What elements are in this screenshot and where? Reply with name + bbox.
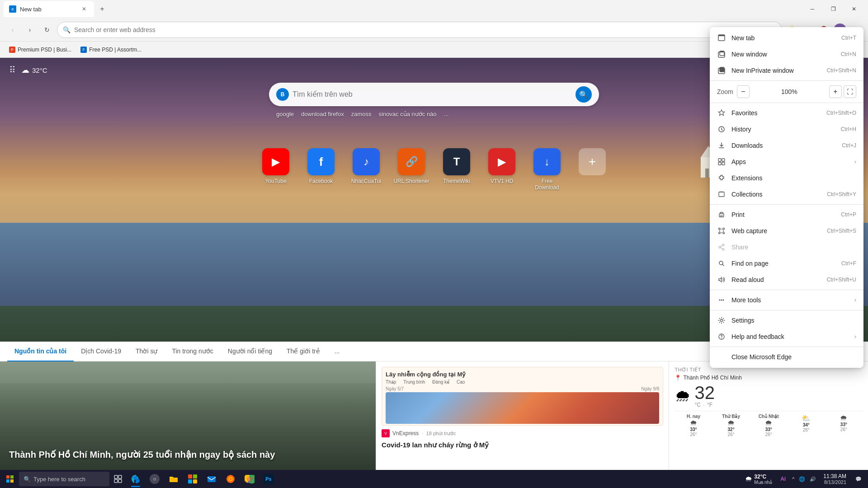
news-tab-covid[interactable]: Dịch Covid-19 bbox=[74, 342, 128, 361]
bookmark-favicon-2: F bbox=[80, 47, 87, 53]
grid-icon[interactable]: ⠿ bbox=[9, 65, 16, 75]
menu-item-downloads[interactable]: Downloads Ctrl+J bbox=[710, 137, 863, 154]
menu-item-history[interactable]: History Ctrl+H bbox=[710, 121, 863, 137]
share-label: Share bbox=[731, 244, 856, 251]
bookmark-favicon-1: P bbox=[9, 47, 15, 53]
collections-shortcut: Ctrl+Shift+Y bbox=[827, 191, 856, 197]
menu-item-help[interactable]: Help and feedback › bbox=[710, 328, 863, 345]
systray-network[interactable]: 🌐 bbox=[797, 475, 807, 483]
news-tab-thegioitre[interactable]: Thế giới trẻ bbox=[279, 342, 327, 361]
bookmark-1[interactable]: P Premium PSD | Busi... bbox=[5, 45, 75, 55]
quick-link-nhaccuatui[interactable]: ♪ NhacCuaTui bbox=[348, 148, 384, 184]
search-input[interactable] bbox=[292, 90, 572, 99]
taskbar-file-explorer[interactable] bbox=[165, 470, 183, 488]
task-view-button[interactable] bbox=[111, 472, 125, 486]
quick-link-vtv1[interactable]: ▶ VTV1 HD bbox=[484, 148, 520, 184]
quick-link-facebook[interactable]: f Facebook bbox=[303, 148, 339, 184]
window-controls: ─ ❐ ✕ bbox=[802, 0, 864, 18]
menu-item-moretools[interactable]: More tools › bbox=[710, 292, 863, 308]
news-card-weather[interactable]: THỜI TIẾT 📍 Thành Phố Hồ Chí Minh 🌧 32 bbox=[669, 361, 868, 470]
menu-item-print[interactable]: Print Ctrl+P bbox=[710, 206, 863, 223]
taskbar-search-box[interactable]: 🔍 Type here to search bbox=[19, 472, 109, 486]
quick-link-youtube[interactable]: ▶ YouTube bbox=[258, 148, 294, 184]
news-tab-nguoinoitieng[interactable]: Người nổi tiếng bbox=[221, 342, 279, 361]
menu-item-webcapture[interactable]: Web capture Ctrl+Shift+S bbox=[710, 223, 863, 239]
quick-search-more[interactable]: ... bbox=[444, 111, 449, 117]
weather-widget[interactable]: ☁ 32°C bbox=[21, 65, 47, 75]
taskbar: 🔍 Type here to search ○ bbox=[0, 470, 868, 488]
collections-label: Collections bbox=[731, 191, 821, 198]
address-input[interactable] bbox=[74, 26, 776, 33]
taskbar-cortana[interactable]: ○ bbox=[146, 470, 164, 488]
notification-button[interactable]: 💬 bbox=[852, 475, 865, 483]
start-button[interactable] bbox=[3, 472, 17, 486]
forward-button[interactable]: › bbox=[23, 23, 37, 37]
news-tab-tintronnuoc[interactable]: Tin trong nước bbox=[165, 342, 220, 361]
quick-search-zamoss[interactable]: zamoss bbox=[351, 111, 372, 117]
findonpage-label: Find on page bbox=[731, 260, 836, 267]
taskbar-store[interactable] bbox=[184, 470, 202, 488]
menu-divider-2 bbox=[710, 103, 863, 103]
quick-search-google[interactable]: google bbox=[276, 111, 294, 117]
quick-search-firefox[interactable]: download firefox bbox=[301, 111, 344, 117]
menu-item-inprivate[interactable]: New InPrivate window Ctrl+Shift+N bbox=[710, 62, 863, 79]
restore-button[interactable]: ❐ bbox=[823, 0, 844, 18]
quick-link-themewiki[interactable]: T ThemeWiki bbox=[439, 148, 475, 184]
menu-item-favorites[interactable]: Favorites Ctrl+Shift+O bbox=[710, 105, 863, 121]
clock[interactable]: 11:38 AM 8/13/2021 bbox=[820, 472, 850, 486]
search-box[interactable]: B 🔍 bbox=[269, 83, 599, 106]
quick-link-add[interactable]: + bbox=[574, 148, 610, 175]
context-menu: New tab Ctrl+T New window Ctrl+N New InP… bbox=[710, 27, 863, 368]
refresh-button[interactable]: ↻ bbox=[40, 23, 54, 37]
temp-unit-c: °C bbox=[694, 402, 700, 408]
zoom-minus-button[interactable]: − bbox=[737, 85, 750, 98]
taskbar-photoshop[interactable]: Ps bbox=[259, 470, 278, 488]
minimize-button[interactable]: ─ bbox=[802, 0, 823, 18]
quick-search-sinovac[interactable]: sinovac của nước nào bbox=[379, 111, 437, 117]
news-card-1[interactable]: Thành Phố Hồ Chí Minh, người 25 tuổi nhậ… bbox=[0, 361, 376, 470]
news-tab-more[interactable]: ... bbox=[327, 342, 347, 361]
quick-link-urlshortener[interactable]: 🔗 URL Shortener bbox=[393, 148, 429, 184]
news-card-2[interactable]: Lây nhiễm cộng đồng tại Mỹ ThấpTrung bìn… bbox=[376, 361, 669, 470]
address-bar[interactable]: 🔍 bbox=[57, 22, 782, 38]
forecast-day-3: ⛅ 34° 26° bbox=[788, 414, 825, 437]
menu-item-readaloud[interactable]: Read aloud Ctrl+Shift+U bbox=[710, 272, 863, 288]
zoom-fullscreen-button[interactable]: ⛶ bbox=[844, 85, 856, 98]
tab-close-button[interactable]: ✕ bbox=[80, 5, 89, 14]
themewiki-label: ThemeWiki bbox=[443, 178, 470, 184]
taskbar-edge[interactable] bbox=[127, 470, 145, 488]
bookmark-2[interactable]: F Free PSD | Assortm... bbox=[77, 45, 145, 55]
menu-item-close-edge[interactable]: Close Microsoft Edge bbox=[710, 349, 863, 365]
new-tab-button[interactable]: + bbox=[96, 3, 108, 15]
taskbar-chrome[interactable] bbox=[241, 470, 259, 488]
menu-item-settings[interactable]: Settings bbox=[710, 312, 863, 328]
quick-link-freedownload[interactable]: ↓ Free Download bbox=[529, 148, 565, 191]
news-tab-nguontintoitoi[interactable]: Nguồn tin của tôi bbox=[7, 342, 74, 361]
menu-item-new-tab[interactable]: New tab Ctrl+T bbox=[710, 30, 863, 46]
taskbar-mail[interactable] bbox=[203, 470, 221, 488]
news-tab-thoisu[interactable]: Thời sự bbox=[128, 342, 165, 361]
taskbar-ai[interactable]: Ai bbox=[778, 476, 788, 482]
weather-location: Thành Phố Hồ Chí Minh bbox=[683, 375, 741, 381]
readaloud-shortcut: Ctrl+Shift+U bbox=[827, 277, 856, 283]
menu-item-findonpage[interactable]: Find on page Ctrl+F bbox=[710, 255, 863, 272]
taskbar-firefox[interactable] bbox=[222, 470, 240, 488]
taskbar-weather[interactable]: 🌧 32°C Mưa nhỏ bbox=[741, 474, 776, 485]
menu-item-extensions[interactable]: Extensions bbox=[710, 170, 863, 186]
close-button[interactable]: ✕ bbox=[844, 0, 864, 18]
facebook-label: Facebook bbox=[309, 178, 333, 184]
svg-point-29 bbox=[719, 246, 721, 248]
active-tab[interactable]: e New tab ✕ bbox=[4, 1, 94, 17]
back-button[interactable]: ‹ bbox=[5, 23, 20, 37]
search-button[interactable]: 🔍 bbox=[576, 86, 592, 103]
menu-item-new-window[interactable]: New window Ctrl+N bbox=[710, 46, 863, 62]
zoom-plus-button[interactable]: + bbox=[829, 85, 842, 98]
systray-chevron[interactable]: ^ bbox=[790, 475, 796, 483]
new-tab-shortcut: Ctrl+T bbox=[841, 35, 856, 41]
taskbar-apps: ○ Ps bbox=[127, 470, 278, 488]
forecast-row: H. nay 🌧 33° 26° Thứ Bảy 🌧 32° 26° bbox=[675, 411, 863, 437]
systray-volume[interactable]: 🔊 bbox=[808, 475, 818, 483]
menu-item-apps[interactable]: Apps › bbox=[710, 154, 863, 170]
menu-item-collections[interactable]: Collections Ctrl+Shift+Y bbox=[710, 186, 863, 202]
tab-favicon: e bbox=[9, 5, 16, 13]
